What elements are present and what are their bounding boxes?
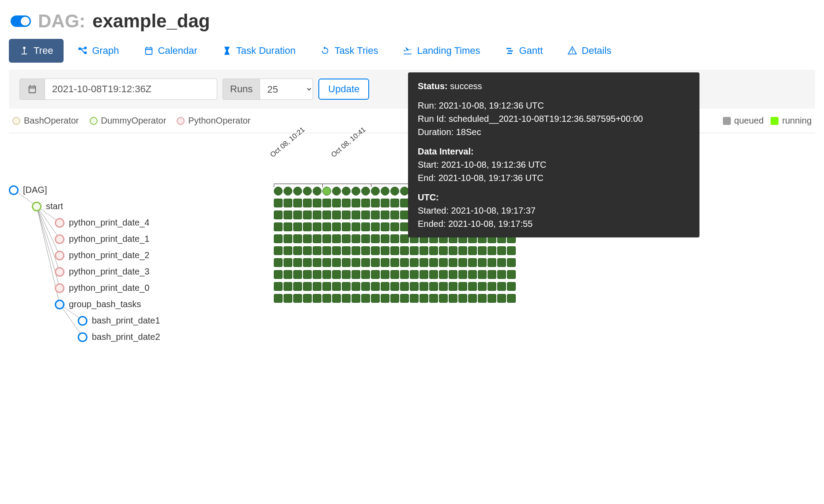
task-instance-square[interactable]: [303, 246, 312, 255]
task-instance-square[interactable]: [381, 246, 389, 255]
task-instance-square[interactable]: [439, 282, 448, 291]
task-instance-square[interactable]: [313, 282, 321, 291]
task-instance-square[interactable]: [361, 270, 370, 279]
task-instance-square[interactable]: [313, 294, 321, 303]
tree-node[interactable]: bash_print_date1: [9, 312, 274, 329]
task-instance-square[interactable]: [342, 211, 351, 219]
task-instance-square[interactable]: [283, 246, 292, 255]
task-instance-square[interactable]: [458, 246, 467, 255]
task-instance-square[interactable]: [497, 258, 506, 267]
task-instance-square[interactable]: [293, 258, 302, 267]
task-instance-square[interactable]: [342, 258, 351, 267]
tree-node[interactable]: python_print_date_1: [9, 231, 274, 247]
task-instance-square[interactable]: [371, 211, 380, 219]
task-instance-square[interactable]: [410, 258, 419, 267]
task-instance-square[interactable]: [400, 282, 409, 291]
task-instance-square[interactable]: [390, 199, 399, 207]
task-instance-square[interactable]: [497, 270, 506, 279]
task-instance-square[interactable]: [283, 211, 292, 219]
task-instance-square[interactable]: [303, 270, 312, 279]
tab-gantt[interactable]: Gantt: [495, 39, 554, 63]
task-instance-square[interactable]: [468, 294, 477, 303]
dag-run-circle[interactable]: [332, 187, 341, 196]
task-instance-square[interactable]: [381, 199, 389, 207]
task-instance-square[interactable]: [429, 270, 438, 279]
task-instance-square[interactable]: [400, 211, 409, 219]
task-instance-square[interactable]: [303, 199, 312, 207]
task-instance-square[interactable]: [293, 222, 302, 231]
task-instance-square[interactable]: [332, 282, 341, 291]
task-instance-square[interactable]: [322, 246, 331, 255]
task-instance-square[interactable]: [420, 258, 428, 267]
task-instance-square[interactable]: [342, 199, 351, 207]
task-instance-square[interactable]: [429, 282, 438, 291]
task-instance-square[interactable]: [410, 246, 419, 255]
dag-run-circle[interactable]: [303, 187, 312, 196]
task-instance-square[interactable]: [293, 234, 302, 243]
task-instance-square[interactable]: [332, 258, 341, 267]
task-instance-square[interactable]: [429, 258, 438, 267]
task-instance-square[interactable]: [313, 234, 321, 243]
task-instance-square[interactable]: [449, 294, 457, 303]
task-instance-square[interactable]: [507, 282, 516, 291]
task-instance-square[interactable]: [274, 246, 283, 255]
task-instance-square[interactable]: [488, 270, 496, 279]
task-instance-square[interactable]: [322, 234, 331, 243]
task-instance-square[interactable]: [274, 234, 283, 243]
task-instance-square[interactable]: [381, 258, 389, 267]
task-instance-square[interactable]: [478, 282, 487, 291]
task-instance-square[interactable]: [390, 294, 399, 303]
task-instance-square[interactable]: [342, 282, 351, 291]
task-instance-square[interactable]: [342, 234, 351, 243]
task-instance-square[interactable]: [352, 258, 360, 267]
task-instance-square[interactable]: [449, 246, 457, 255]
task-instance-square[interactable]: [400, 222, 409, 231]
task-instance-square[interactable]: [361, 234, 370, 243]
task-instance-square[interactable]: [429, 246, 438, 255]
tab-details[interactable]: Details: [557, 39, 622, 63]
task-instance-square[interactable]: [342, 270, 351, 279]
dag-run-circle[interactable]: [293, 187, 302, 196]
task-instance-square[interactable]: [488, 246, 496, 255]
task-instance-square[interactable]: [361, 294, 370, 303]
task-instance-square[interactable]: [381, 234, 389, 243]
task-instance-square[interactable]: [488, 294, 496, 303]
task-instance-square[interactable]: [303, 211, 312, 219]
task-instance-square[interactable]: [283, 222, 292, 231]
task-instance-square[interactable]: [371, 258, 380, 267]
task-instance-square[interactable]: [322, 270, 331, 279]
task-instance-square[interactable]: [458, 282, 467, 291]
task-instance-square[interactable]: [468, 246, 477, 255]
task-instance-square[interactable]: [303, 234, 312, 243]
task-instance-square[interactable]: [400, 199, 409, 207]
task-instance-square[interactable]: [313, 258, 321, 267]
task-instance-square[interactable]: [322, 282, 331, 291]
task-instance-square[interactable]: [390, 211, 399, 219]
task-instance-square[interactable]: [361, 258, 370, 267]
task-instance-square[interactable]: [293, 270, 302, 279]
task-instance-square[interactable]: [342, 246, 351, 255]
task-instance-square[interactable]: [303, 258, 312, 267]
task-instance-square[interactable]: [361, 246, 370, 255]
task-instance-square[interactable]: [352, 211, 360, 219]
runs-select[interactable]: 25: [260, 79, 313, 100]
task-instance-square[interactable]: [449, 270, 457, 279]
task-instance-square[interactable]: [390, 246, 399, 255]
task-instance-square[interactable]: [458, 270, 467, 279]
dag-run-circle[interactable]: [400, 187, 409, 196]
task-instance-square[interactable]: [400, 234, 409, 243]
tab-landing-times[interactable]: Landing Times: [392, 39, 491, 63]
task-instance-square[interactable]: [274, 282, 283, 291]
task-instance-square[interactable]: [488, 258, 496, 267]
task-instance-square[interactable]: [410, 270, 419, 279]
tree-node[interactable]: bash_print_date2: [9, 329, 274, 345]
task-instance-square[interactable]: [390, 222, 399, 231]
dag-run-circle[interactable]: [371, 187, 380, 196]
task-instance-square[interactable]: [352, 270, 360, 279]
task-instance-square[interactable]: [371, 294, 380, 303]
task-instance-square[interactable]: [478, 258, 487, 267]
task-instance-square[interactable]: [429, 294, 438, 303]
dag-run-circle[interactable]: [274, 187, 283, 196]
task-instance-square[interactable]: [449, 258, 457, 267]
tab-calendar[interactable]: Calendar: [133, 39, 208, 63]
